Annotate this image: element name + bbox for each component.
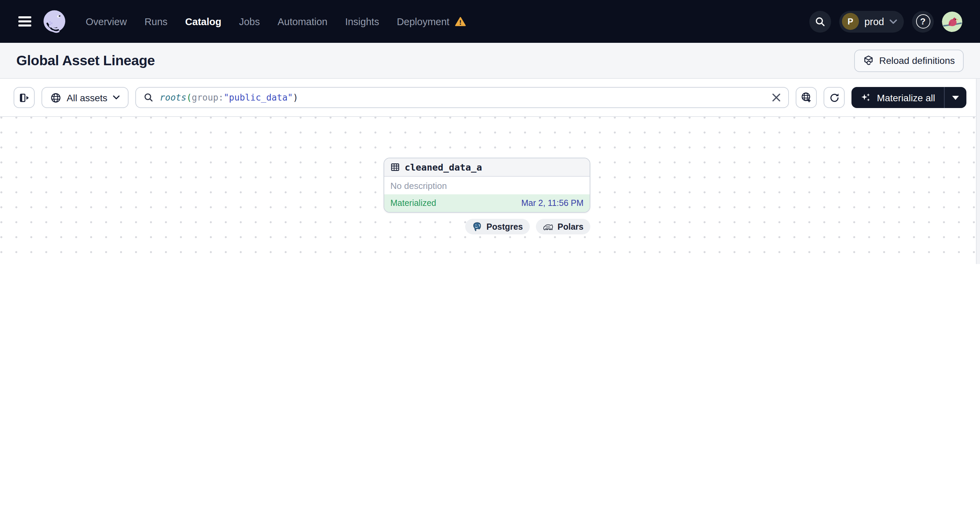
asset-selection-query: roots(group:"public_data") xyxy=(160,92,298,103)
query-segment: group xyxy=(192,92,218,103)
materialize-all-split-button: Materialize all xyxy=(852,87,966,108)
kind-tag-polars[interactable]: Polars xyxy=(536,219,590,235)
asset-description: No description xyxy=(384,177,590,194)
avatar-bird-image xyxy=(942,11,963,32)
reload-definitions-button[interactable]: Reload definitions xyxy=(854,49,964,72)
materialize-options-button[interactable] xyxy=(945,87,966,108)
open-left-panel-button[interactable] xyxy=(14,87,35,108)
query-segment: ) xyxy=(293,92,298,103)
deployment-name: prod xyxy=(864,16,884,27)
reload-definitions-label: Reload definitions xyxy=(879,55,955,66)
top-nav: Overview Runs Catalog Jobs Automation In… xyxy=(0,0,980,43)
asset-scope-dropdown[interactable]: All assets xyxy=(41,87,129,108)
lineage-toolbar: All assets roots(group:"public_data") xyxy=(0,79,980,117)
query-segment: ( xyxy=(186,92,192,103)
page-header: Global Asset Lineage Reload definitions xyxy=(0,43,980,79)
refresh-icon xyxy=(829,92,840,103)
materialize-all-label: Materialize all xyxy=(877,92,935,103)
nav-item-runs[interactable]: Runs xyxy=(145,16,168,27)
close-icon xyxy=(772,93,781,102)
materialization-timestamp[interactable]: Mar 2, 11:56 PM xyxy=(521,198,584,208)
search-button[interactable] xyxy=(809,11,831,32)
globe-icon xyxy=(50,92,61,103)
nav-right: P prod ? xyxy=(809,11,963,32)
refresh-button[interactable] xyxy=(824,87,845,108)
query-segment: : xyxy=(218,92,224,103)
reload-cube-icon xyxy=(863,55,873,66)
chevron-down-icon xyxy=(889,19,897,24)
hamburger-menu-icon[interactable] xyxy=(18,16,31,27)
asset-status-row: Materialized Mar 2, 11:56 PM xyxy=(384,194,590,212)
nav-item-overview[interactable]: Overview xyxy=(86,16,127,27)
asset-selection-input[interactable]: roots(group:"public_data") xyxy=(135,87,789,108)
help-button[interactable]: ? xyxy=(912,11,934,32)
page-title: Global Asset Lineage xyxy=(16,52,155,69)
materialize-all-button[interactable]: Materialize all xyxy=(852,87,944,108)
dagster-app: Overview Runs Catalog Jobs Automation In… xyxy=(0,0,980,264)
nav-item-catalog[interactable]: Catalog xyxy=(185,16,221,27)
nav-item-insights[interactable]: Insights xyxy=(345,16,379,27)
user-avatar[interactable] xyxy=(942,11,963,32)
panel-toggle-icon xyxy=(19,92,30,103)
expand-selection-button[interactable] xyxy=(796,87,817,108)
nav-item-automation[interactable]: Automation xyxy=(277,16,328,27)
chevron-down-icon xyxy=(113,95,120,100)
dagster-logo[interactable] xyxy=(41,8,67,34)
sparkles-icon xyxy=(861,92,872,103)
kind-tag-postgres[interactable]: Postgres xyxy=(466,219,530,235)
globe-plus-icon xyxy=(801,92,812,103)
table-icon xyxy=(390,162,400,172)
asset-node-group-cleaned_data_a: cleaned_data_a No description Materializ… xyxy=(383,158,590,235)
query-segment: roots xyxy=(160,92,186,103)
asset-node[interactable]: cleaned_data_a No description Materializ… xyxy=(383,158,590,213)
deployment-switcher[interactable]: P prod xyxy=(839,11,904,32)
nav-item-deployment[interactable]: Deployment xyxy=(397,16,466,27)
question-icon: ? xyxy=(916,14,930,29)
caret-down-icon xyxy=(952,95,959,100)
asset-name: cleaned_data_a xyxy=(405,162,482,173)
asset-scope-label: All assets xyxy=(67,92,107,103)
scrollbar-gutter[interactable] xyxy=(976,79,980,264)
status-badge: Materialized xyxy=(390,198,436,208)
warning-icon xyxy=(455,16,466,27)
search-icon xyxy=(815,16,826,27)
postgres-icon xyxy=(473,222,482,232)
asset-node-header: cleaned_data_a xyxy=(384,159,590,177)
polars-icon xyxy=(543,222,554,231)
query-segment: "public_data" xyxy=(224,92,293,103)
lineage-canvas[interactable]: cleaned_data_a No description Materializ… xyxy=(0,117,980,264)
clear-query-button[interactable] xyxy=(772,93,781,102)
nav-items: Overview Runs Catalog Jobs Automation In… xyxy=(86,16,466,27)
search-icon xyxy=(143,92,154,103)
deployment-initial: P xyxy=(842,13,859,30)
asset-tags: Postgres Polars xyxy=(383,219,590,235)
nav-item-jobs[interactable]: Jobs xyxy=(239,16,260,27)
